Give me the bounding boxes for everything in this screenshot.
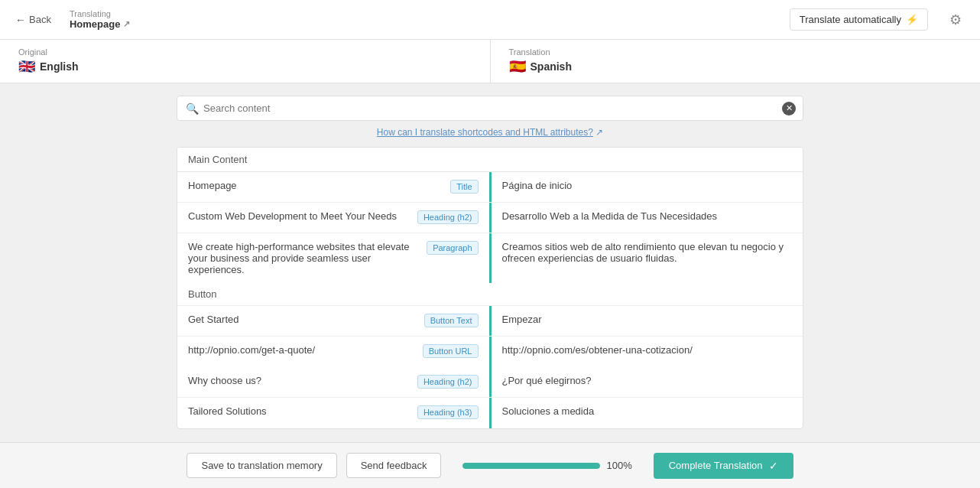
original-cell: We create high-performance websites that… <box>177 233 489 283</box>
table-row: Get Started Button Text Empezar <box>177 306 803 337</box>
translation-language-text: Spanish <box>531 60 572 73</box>
original-text: Why choose us? <box>188 375 411 386</box>
translation-cell[interactable]: Desarrollo Web a la Medida de Tus Necesi… <box>492 203 803 233</box>
back-link[interactable]: ← Back <box>15 14 51 26</box>
table-row: Custom Web Development to Meet Your Need… <box>177 203 803 233</box>
english-flag: 🇬🇧 <box>18 58 35 75</box>
translate-auto-button[interactable]: Translate automatically ⚡ <box>790 8 928 31</box>
shortcode-link: How can I translate shortcodes and HTML … <box>177 127 803 138</box>
send-feedback-button[interactable]: Send feedback <box>346 453 442 478</box>
search-clear-button[interactable]: ✕ <box>782 102 796 115</box>
translation-cell[interactable]: ¿Por qué elegirnos? <box>492 367 803 397</box>
back-arrow-icon: ← <box>15 14 26 26</box>
shortcode-link-anchor[interactable]: How can I translate shortcodes and HTML … <box>377 127 593 138</box>
translating-label: Translating <box>70 9 130 18</box>
translation-cell[interactable]: Empezar <box>492 306 803 336</box>
original-language-name: 🇬🇧 English <box>18 58 472 75</box>
save-memory-button[interactable]: Save to translation memory <box>187 453 336 478</box>
translate-auto-label: Translate automatically <box>800 14 901 25</box>
table-row: We create high-performance websites that… <box>177 233 803 283</box>
original-cell: Homepage Title <box>177 172 489 202</box>
original-label: Original <box>18 47 472 57</box>
progress-fill <box>462 463 600 469</box>
original-cell: Tailored Solutions Heading (h3) <box>177 398 489 428</box>
original-cell: http://opnio.com/get-a-quote/ Button URL <box>177 337 489 367</box>
type-badge: Button Text <box>424 314 479 327</box>
type-badge: Paragraph <box>427 241 478 255</box>
type-badge: Heading (h2) <box>417 210 479 224</box>
external-link-icon[interactable]: ↗ <box>123 19 130 29</box>
original-text: Homepage <box>188 180 444 191</box>
translation-cell[interactable]: Página de inicio <box>492 172 803 202</box>
translation-label: Translation <box>509 47 962 57</box>
original-text: http://opnio.com/get-a-quote/ <box>188 344 417 356</box>
table-row: http://opnio.com/get-a-quote/ Button URL… <box>177 337 803 367</box>
original-cell: Custom Web Development to Meet Your Need… <box>177 203 489 233</box>
main-rows: Homepage Title Página de inicio Custom W… <box>177 172 803 283</box>
button-section-label: Button <box>177 283 803 306</box>
table-row: Tailored Solutions Heading (h3) Solucion… <box>177 398 803 428</box>
translation-cell[interactable]: Soluciones a medida <box>492 398 803 428</box>
original-language-text: English <box>40 60 79 73</box>
original-language-col: Original 🇬🇧 English <box>0 40 491 83</box>
main-area: 🔍 ✕ How can I translate shortcodes and H… <box>177 83 803 488</box>
back-label: Back <box>29 14 51 25</box>
check-icon: ✓ <box>769 460 778 472</box>
progress-label: 100% <box>606 460 631 471</box>
language-header: Original 🇬🇧 English Translation 🇪🇸 Spani… <box>0 40 980 83</box>
type-badge: Button URL <box>423 344 479 358</box>
progress-bar <box>462 463 600 469</box>
translation-cell[interactable]: http://opnio.com/es/obtener-una-cotizaci… <box>492 337 803 367</box>
bottom-bar: Save to translation memory Send feedback… <box>0 442 980 488</box>
translation-language-col: Translation 🇪🇸 Spanish <box>491 40 981 83</box>
search-bar-wrap: 🔍 ✕ <box>177 96 803 121</box>
table-row: Why choose us? Heading (h2) ¿Por qué ele… <box>177 367 803 398</box>
original-text: Get Started <box>188 314 418 325</box>
original-cell: Why choose us? Heading (h2) <box>177 367 489 397</box>
main-content-label: Main Content <box>177 148 803 172</box>
button-rows: Get Started Button Text Empezar http://o… <box>177 306 803 367</box>
translation-cell[interactable]: Creamos sitios web de alto rendimiento q… <box>492 233 803 283</box>
original-text: Tailored Solutions <box>188 405 411 417</box>
complete-translation-button[interactable]: Complete Translation ✓ <box>654 453 793 479</box>
translating-page: Homepage ↗ <box>70 18 130 30</box>
translation-language-name: 🇪🇸 Spanish <box>509 58 962 75</box>
complete-label: Complete Translation <box>669 460 763 471</box>
more-rows: Why choose us? Heading (h2) ¿Por qué ele… <box>177 367 803 428</box>
translation-card: Main Content Homepage Title Página de in… <box>177 147 803 429</box>
page-name: Homepage <box>70 18 120 30</box>
external-link-icon-shortcode: ↗ <box>595 127 603 138</box>
scroll-container[interactable]: Homepage Title Página de inicio Custom W… <box>177 172 803 428</box>
translating-section: Translating Homepage ↗ <box>70 9 130 30</box>
table-row: Homepage Title Página de inicio <box>177 172 803 203</box>
settings-button[interactable]: ⚙ <box>946 8 965 31</box>
bolt-icon: ⚡ <box>906 14 918 25</box>
spanish-flag: 🇪🇸 <box>509 58 526 75</box>
type-badge: Heading (h2) <box>417 375 479 389</box>
original-cell: Get Started Button Text <box>177 306 489 336</box>
type-badge: Title <box>450 180 478 194</box>
top-bar: ← Back Translating Homepage ↗ Translate … <box>0 0 980 40</box>
type-badge: Heading (h3) <box>417 405 479 419</box>
search-icon: 🔍 <box>186 102 199 115</box>
original-text: Custom Web Development to Meet Your Need… <box>188 210 411 222</box>
search-input[interactable] <box>177 96 803 121</box>
progress-section: 100% <box>462 460 631 471</box>
original-text: We create high-performance websites that… <box>188 241 420 275</box>
